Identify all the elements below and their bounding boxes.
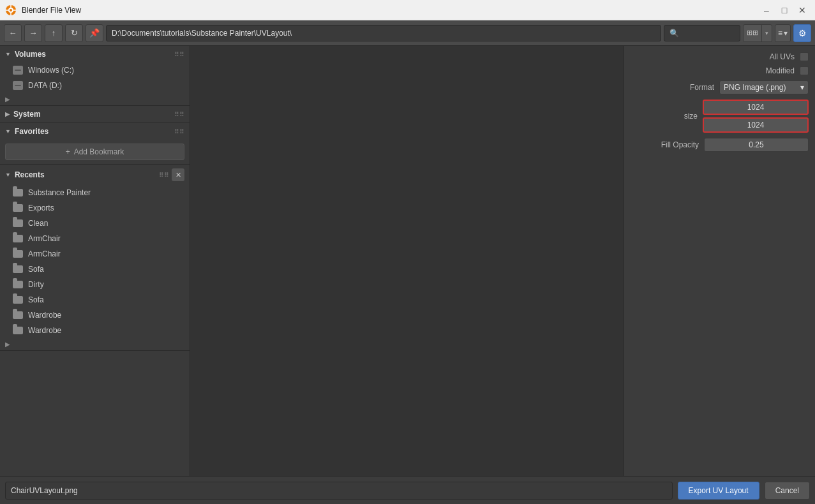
close-button[interactable]: ✕ bbox=[795, 4, 810, 17]
folder-icon bbox=[13, 204, 23, 212]
window-title: Blender File View bbox=[22, 6, 759, 15]
recents-list: Substance PainterExportsCleanArmChairArm… bbox=[0, 185, 190, 338]
sidebar-item-recent-1[interactable]: Exports bbox=[0, 200, 190, 216]
system-header[interactable]: ▶ System ⠿⠿ bbox=[0, 106, 190, 122]
refresh-button[interactable]: ↻ bbox=[65, 24, 83, 42]
folder-icon bbox=[13, 235, 23, 242]
fill-opacity-input[interactable] bbox=[704, 138, 809, 152]
format-dropdown[interactable]: PNG Image (.png) ▾ bbox=[719, 80, 809, 94]
system-drag-handle: ⠿⠿ bbox=[174, 111, 184, 118]
favorites-header[interactable]: ▼ Favorites ⠿⠿ bbox=[0, 123, 190, 140]
add-bookmark-button[interactable]: + Add Bookmark bbox=[5, 144, 184, 160]
favorites-drag-handle: ⠿⠿ bbox=[174, 128, 184, 135]
folder-icon bbox=[13, 250, 23, 258]
window-controls: – □ ✕ bbox=[759, 4, 810, 17]
sidebar-item-recent-8[interactable]: Wardrobe bbox=[0, 308, 190, 323]
folder-icon bbox=[13, 296, 23, 304]
recents-header[interactable]: ▼ Recents ⠿⠿ ✕ bbox=[0, 165, 190, 185]
sidebar: ▼ Volumes ⠿⠿ Windows (C:) DATA (D:) ▶ ▶ bbox=[0, 46, 190, 476]
recent-item-label: Clean bbox=[28, 219, 48, 228]
folder-icon bbox=[13, 327, 23, 334]
all-uvs-row: All UVs bbox=[631, 52, 809, 61]
recent-item-label: Sofa bbox=[28, 295, 44, 304]
format-label: Format bbox=[690, 83, 714, 92]
size-width-input[interactable] bbox=[703, 100, 809, 115]
all-uvs-checkbox[interactable] bbox=[800, 52, 809, 61]
sidebar-section-system: ▶ System ⠿⠿ bbox=[0, 106, 190, 123]
folder-icon bbox=[13, 219, 23, 227]
maximize-button[interactable]: □ bbox=[777, 4, 792, 17]
modified-checkbox[interactable] bbox=[800, 66, 809, 75]
size-fields bbox=[703, 100, 809, 133]
system-triangle: ▶ bbox=[5, 111, 10, 117]
recents-drag-handle: ⠿⠿ bbox=[159, 172, 169, 179]
recent-item-label: Wardrobe bbox=[28, 311, 61, 320]
minimize-button[interactable]: – bbox=[759, 4, 774, 17]
sidebar-item-recent-3[interactable]: ArmChair bbox=[0, 231, 190, 246]
preview-canvas bbox=[190, 46, 624, 476]
system-label: System bbox=[13, 110, 41, 119]
volumes-drag-handle: ⠿⠿ bbox=[174, 51, 184, 58]
sidebar-item-data-d[interactable]: DATA (D:) bbox=[0, 78, 190, 93]
settings-button[interactable]: ⚙ bbox=[793, 24, 811, 42]
main-layout: ← → ↑ ↻ 📌 ⊞⊞ ▾ ≡ ▾ ⚙ ▼ Volumes ⠿⠿ bbox=[0, 20, 815, 504]
add-icon: + bbox=[66, 147, 70, 156]
sidebar-item-recent-0[interactable]: Substance Painter bbox=[0, 185, 190, 200]
folder-icon bbox=[13, 311, 23, 319]
up-button[interactable]: ↑ bbox=[45, 24, 63, 42]
export-button[interactable]: Export UV Layout bbox=[678, 482, 759, 500]
fill-opacity-label: Fill Opacity bbox=[661, 140, 699, 149]
drive-c-label: Windows (C:) bbox=[28, 66, 74, 75]
favorites-triangle: ▼ bbox=[5, 128, 11, 135]
forward-button[interactable]: → bbox=[24, 24, 42, 42]
sidebar-item-windows-c[interactable]: Windows (C:) bbox=[0, 63, 190, 78]
recent-item-label: Exports bbox=[28, 204, 54, 212]
volumes-header[interactable]: ▼ Volumes ⠿⠿ bbox=[0, 46, 190, 63]
sidebar-item-recent-6[interactable]: Dirty bbox=[0, 277, 190, 292]
address-bar[interactable] bbox=[106, 25, 661, 41]
drive-icon-d bbox=[13, 81, 23, 90]
volumes-more[interactable]: ▶ bbox=[0, 93, 190, 105]
sidebar-item-recent-2[interactable]: Clean bbox=[0, 216, 190, 231]
size-row: size bbox=[631, 100, 809, 133]
right-panel: All UVs Modified Format PNG Image (.png)… bbox=[624, 46, 815, 476]
sidebar-item-recent-4[interactable]: ArmChair bbox=[0, 246, 190, 262]
recent-item-label: Sofa bbox=[28, 265, 44, 274]
size-height-input[interactable] bbox=[703, 117, 809, 133]
volumes-label: Volumes bbox=[15, 50, 46, 59]
bookmark-button[interactable]: 📌 bbox=[86, 24, 103, 42]
modified-label: Modified bbox=[766, 66, 795, 75]
search-input[interactable] bbox=[664, 25, 740, 41]
sidebar-item-recent-7[interactable]: Sofa bbox=[0, 292, 190, 308]
format-row: Format PNG Image (.png) ▾ bbox=[631, 80, 809, 94]
sidebar-section-favorites: ▼ Favorites ⠿⠿ + Add Bookmark bbox=[0, 123, 190, 165]
sidebar-item-recent-9[interactable]: Wardrobe bbox=[0, 323, 190, 338]
recents-label: Recents bbox=[15, 170, 45, 179]
view-grid-button[interactable]: ⊞⊞ bbox=[744, 24, 761, 42]
recents-more[interactable]: ▶ bbox=[0, 338, 190, 350]
view-toggle-dropdown[interactable]: ▾ bbox=[761, 24, 772, 42]
svg-point-2 bbox=[10, 9, 12, 11]
fill-opacity-row: Fill Opacity bbox=[631, 138, 809, 152]
filter-button[interactable]: ≡ ▾ bbox=[775, 24, 791, 42]
add-bookmark-label: Add Bookmark bbox=[74, 147, 124, 156]
view-toggle: ⊞⊞ ▾ bbox=[743, 24, 772, 42]
format-arrow: ▾ bbox=[800, 83, 804, 92]
recent-item-label: Dirty bbox=[28, 280, 44, 289]
sidebar-item-recent-5[interactable]: Sofa bbox=[0, 262, 190, 277]
sidebar-section-volumes: ▼ Volumes ⠿⠿ Windows (C:) DATA (D:) ▶ bbox=[0, 46, 190, 106]
recent-item-label: ArmChair bbox=[28, 234, 61, 243]
all-uvs-label: All UVs bbox=[770, 52, 795, 61]
cancel-button[interactable]: Cancel bbox=[765, 482, 810, 500]
preview-area[interactable] bbox=[190, 46, 624, 476]
recent-item-label: ArmChair bbox=[28, 249, 61, 258]
folder-icon bbox=[13, 265, 23, 273]
folder-icon bbox=[13, 189, 23, 196]
drive-icon-c bbox=[13, 66, 23, 75]
filename-input[interactable] bbox=[5, 482, 673, 500]
recent-item-label: Substance Painter bbox=[28, 188, 91, 197]
sidebar-section-recents: ▼ Recents ⠿⠿ ✕ Substance PainterExportsC… bbox=[0, 165, 190, 351]
back-button[interactable]: ← bbox=[4, 24, 22, 42]
drive-d-label: DATA (D:) bbox=[28, 81, 62, 90]
recents-clear-button[interactable]: ✕ bbox=[172, 168, 184, 181]
